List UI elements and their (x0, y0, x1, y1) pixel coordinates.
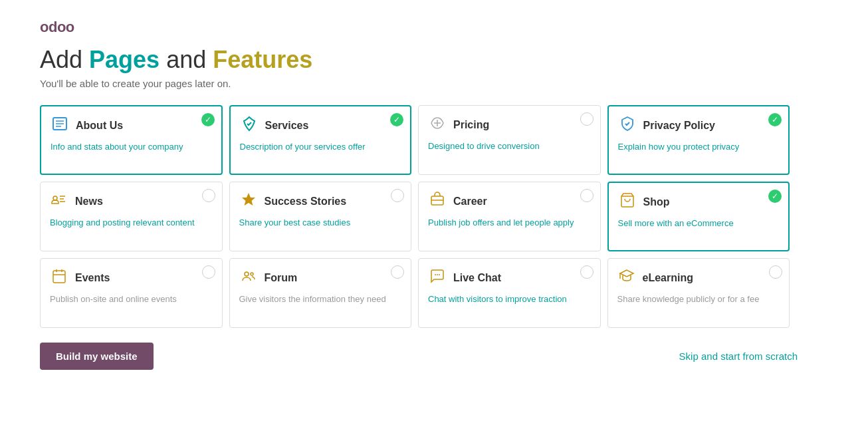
card-desc-live-chat: Chat with visitors to improve traction (428, 293, 591, 305)
card-title-forum: Forum (265, 272, 402, 284)
page-subtitle: You'll be able to create your pages late… (40, 78, 828, 89)
svg-point-14 (251, 273, 253, 275)
page-wrapper: odoo Add Pages and Features You'll be ab… (0, 0, 868, 383)
card-title-services: Services (265, 120, 401, 132)
check-circle-privacy-policy: ✓ (768, 113, 782, 126)
card-header-pricing: Pricing (428, 115, 591, 135)
check-circle-live-chat (580, 265, 594, 279)
card-desc-news: Blogging and posting relevant content (50, 217, 213, 229)
icon-events (50, 268, 68, 288)
title-prefix: Add (40, 46, 89, 73)
icon-live-chat (428, 268, 447, 288)
check-circle-pricing (580, 112, 594, 126)
check-circle-about-us: ✓ (201, 113, 215, 126)
card-title-pricing: Pricing (453, 119, 591, 131)
card-header-news: News (50, 192, 213, 212)
card-about-us[interactable]: ✓ About Us Info and stats about your com… (40, 105, 223, 175)
card-title-elearning: eLearning (643, 272, 780, 284)
check-circle-success-stories (391, 189, 404, 202)
bottom-area: Build my website Skip and start from scr… (40, 343, 798, 370)
icon-privacy-policy (618, 116, 637, 136)
card-privacy-policy[interactable]: ✓ Privacy Policy Explain how you protect… (607, 105, 790, 175)
card-shop[interactable]: ✓ Shop Sell more with an eCommerce (607, 182, 790, 251)
card-header-elearning: eLearning (617, 268, 780, 288)
title-features: Features (213, 46, 312, 73)
card-services[interactable]: ✓ Services Description of your services … (229, 105, 412, 175)
card-title-news: News (75, 196, 213, 208)
card-header-services: Services (240, 116, 401, 136)
title-middle: and (160, 46, 213, 73)
icon-shop (618, 192, 637, 212)
svg-rect-9 (53, 271, 65, 283)
card-header-privacy-policy: Privacy Policy (618, 116, 780, 136)
check-circle-services: ✓ (390, 113, 403, 126)
card-forum[interactable]: Forum Give visitors the information they… (229, 258, 412, 328)
card-desc-shop: Sell more with an eCommerce (618, 218, 780, 229)
card-title-shop: Shop (643, 196, 780, 208)
build-website-button[interactable]: Build my website (40, 343, 154, 370)
odoo-logo: odoo (40, 19, 828, 36)
icon-news (50, 192, 68, 212)
card-title-events: Events (75, 272, 213, 284)
card-desc-privacy-policy: Explain how you protect privacy (618, 141, 780, 153)
card-header-live-chat: Live Chat (428, 268, 591, 288)
card-pricing[interactable]: Pricing Designed to drive conversion (418, 105, 601, 175)
icon-elearning (617, 268, 636, 288)
card-desc-events: Publish on-site and online events (50, 293, 213, 305)
card-header-career: Career (428, 192, 591, 212)
card-desc-career: Publish job offers and let people apply (428, 217, 591, 229)
skip-link[interactable]: Skip and start from scratch (679, 351, 798, 362)
icon-career (428, 192, 447, 212)
title-pages: Pages (89, 46, 160, 73)
card-header-forum: Forum (239, 268, 402, 288)
check-circle-forum (391, 265, 404, 279)
card-header-events: Events (50, 268, 213, 288)
check-circle-elearning (769, 265, 782, 279)
icon-forum (239, 268, 258, 288)
icon-about-us (51, 116, 69, 136)
icon-services (240, 116, 259, 136)
card-header-about-us: About Us (51, 116, 212, 136)
card-header-success-stories: Success Stories (239, 192, 402, 212)
cards-grid: ✓ About Us Info and stats about your com… (40, 105, 798, 328)
svg-marker-5 (242, 193, 255, 206)
card-desc-forum: Give visitors the information they need (239, 293, 402, 305)
svg-point-13 (245, 272, 249, 276)
check-circle-career (580, 189, 594, 202)
svg-point-4 (53, 196, 57, 200)
card-news[interactable]: News Blogging and posting relevant conte… (40, 182, 223, 251)
card-title-privacy-policy: Privacy Policy (643, 120, 780, 132)
card-title-success-stories: Success Stories (265, 196, 402, 208)
card-desc-services: Description of your services offer (240, 141, 401, 153)
card-career[interactable]: Career Publish job offers and let people… (418, 182, 601, 251)
icon-success-stories (239, 192, 258, 212)
check-circle-news (202, 189, 215, 202)
card-title-live-chat: Live Chat (453, 272, 591, 284)
card-desc-pricing: Designed to drive conversion (428, 140, 591, 152)
check-circle-events (202, 265, 215, 279)
card-events[interactable]: Events Publish on-site and online events (40, 258, 223, 328)
card-title-about-us: About Us (76, 120, 212, 132)
svg-point-17 (439, 274, 440, 275)
card-desc-success-stories: Share your best case studies (239, 217, 402, 229)
card-header-shop: Shop (618, 192, 780, 212)
svg-point-16 (437, 274, 438, 275)
page-title: Add Pages and Features (40, 45, 828, 74)
card-title-career: Career (453, 196, 591, 208)
card-elearning[interactable]: eLearning Share knowledge publicly or fo… (607, 258, 790, 328)
icon-pricing (428, 115, 447, 135)
check-circle-shop: ✓ (768, 190, 782, 203)
card-live-chat[interactable]: Live Chat Chat with visitors to improve … (418, 258, 601, 328)
card-success-stories[interactable]: Success Stories Share your best case stu… (229, 182, 412, 251)
svg-point-15 (435, 274, 436, 275)
card-desc-about-us: Info and stats about your company (51, 141, 212, 153)
card-desc-elearning: Share knowledge publicly or for a fee (617, 293, 780, 305)
